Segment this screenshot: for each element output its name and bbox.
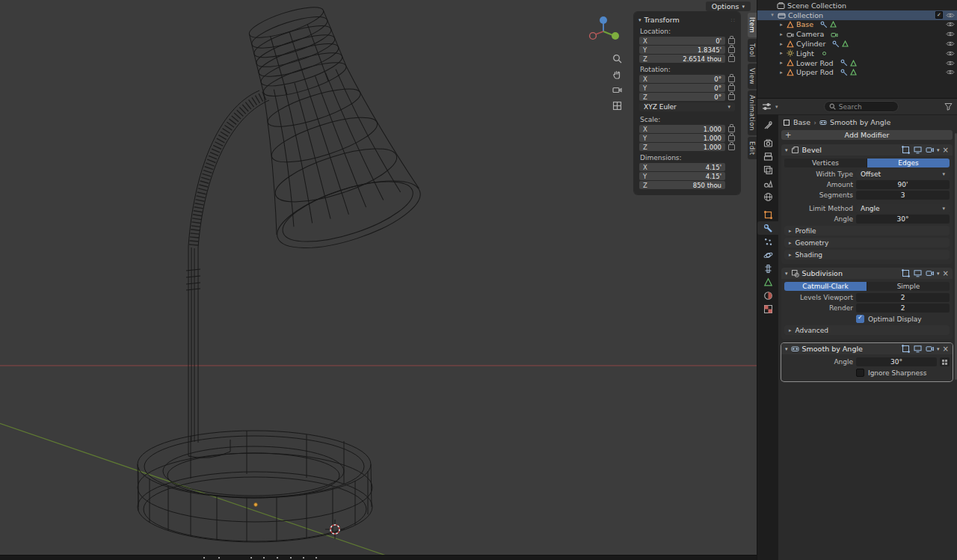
rotation-y-field[interactable]: Y 0° — [639, 84, 725, 92]
location-y-field[interactable]: Y 1.8345' — [639, 46, 725, 54]
add-modifier-button[interactable]: + Add Modifier — [781, 130, 953, 140]
optimal-display-checkbox[interactable] — [856, 315, 864, 323]
mesh-data-icon[interactable] — [830, 21, 837, 28]
realtime-display-toggle-icon[interactable] — [913, 345, 922, 354]
close-icon[interactable]: × — [943, 270, 949, 277]
tab-material[interactable] — [757, 289, 778, 302]
lock-icon[interactable] — [728, 76, 735, 82]
simple-option[interactable]: Simple — [867, 282, 950, 291]
zoom-icon[interactable] — [612, 53, 623, 64]
modifier-wrench-icon[interactable] — [840, 59, 848, 67]
extras-dropdown-icon[interactable]: ▾ — [937, 271, 940, 277]
modifier-wrench-icon[interactable] — [840, 69, 848, 76]
sidebar-tab-tool[interactable]: Tool — [748, 39, 757, 62]
eye-icon[interactable] — [946, 50, 955, 57]
extras-dropdown-icon[interactable]: ▾ — [937, 346, 940, 352]
tab-constraints[interactable] — [757, 262, 778, 275]
edit-mode-display-toggle-icon[interactable] — [901, 269, 910, 278]
tab-render[interactable] — [757, 136, 778, 150]
lock-icon[interactable] — [728, 94, 735, 100]
smooth-by-angle-header[interactable]: ▾ Smooth by Angle — [781, 343, 953, 354]
vertices-option[interactable]: Vertices — [784, 159, 867, 167]
tab-scene[interactable] — [757, 176, 778, 190]
render-display-toggle-icon[interactable] — [925, 345, 934, 354]
chevron-right-icon[interactable]: ▸ — [778, 31, 784, 37]
collection-checkbox[interactable]: ✓ — [935, 11, 943, 19]
width-type-dropdown[interactable]: Offset ▾ — [856, 170, 950, 179]
breadcrumb-object[interactable]: Base — [793, 118, 810, 126]
limit-method-dropdown[interactable]: Angle ▾ — [856, 204, 950, 213]
bevel-header[interactable]: ▾ Bevel — [781, 144, 953, 156]
tab-texture[interactable] — [757, 302, 778, 316]
tab-modifiers[interactable] — [757, 221, 778, 235]
subdivision-header[interactable]: ▾ Subdivision — [781, 268, 953, 279]
chevron-down-icon[interactable]: ▾ — [769, 12, 775, 18]
rotation-mode-dropdown[interactable]: XYZ Euler ▾ — [639, 102, 735, 111]
eye-icon[interactable] — [946, 40, 955, 47]
extras-dropdown-icon[interactable]: ▾ — [937, 147, 940, 153]
outliner-object-row-light[interactable]: ▸ Light — [757, 49, 957, 58]
realtime-display-toggle-icon[interactable] — [913, 146, 922, 155]
filter-icon[interactable] — [944, 102, 953, 111]
scale-x-field[interactable]: X 1.000 — [639, 125, 725, 133]
chevron-down-icon[interactable]: ▾ — [775, 104, 778, 110]
render-levels-field[interactable]: 2 — [856, 304, 950, 313]
sidebar-tab-animation[interactable]: Animation — [748, 90, 757, 135]
eye-icon[interactable] — [946, 60, 955, 67]
lock-icon[interactable] — [728, 126, 735, 132]
outliner-object-row-camera[interactable]: ▸ Camera — [757, 29, 957, 39]
rotation-z-field[interactable]: Z 0° — [639, 93, 725, 101]
eye-icon[interactable] — [946, 69, 955, 76]
pan-hand-icon[interactable] — [612, 69, 623, 80]
tab-world[interactable] — [757, 190, 778, 203]
navigation-gizmo[interactable] — [581, 9, 624, 48]
scale-y-field[interactable]: Y 1.000 — [639, 134, 725, 142]
light-data-icon[interactable] — [821, 50, 828, 57]
tab-physics[interactable] — [757, 248, 778, 262]
lock-icon[interactable] — [728, 47, 735, 53]
rotation-x-field[interactable]: X 0° — [639, 75, 725, 83]
modifier-name[interactable]: Bevel — [802, 146, 822, 154]
dimensions-y-field[interactable]: Y 4.15' — [639, 172, 725, 180]
dimensions-z-field[interactable]: Z 850 thou — [639, 181, 725, 189]
mesh-data-icon[interactable] — [850, 60, 857, 67]
tab-object-data[interactable] — [757, 275, 778, 289]
viewport-options-button[interactable]: Options ▾ — [706, 1, 751, 11]
render-display-toggle-icon[interactable] — [925, 269, 934, 278]
lock-icon[interactable] — [728, 56, 735, 62]
location-x-field[interactable]: X 0' — [639, 37, 725, 45]
tab-object[interactable] — [757, 208, 778, 221]
tab-tool[interactable] — [757, 118, 778, 132]
transform-panel-header[interactable]: ▾ Transform :: — [634, 13, 740, 25]
lock-icon[interactable] — [728, 38, 735, 44]
outliner-collection-row[interactable]: ▾ Collection ✓ — [757, 10, 957, 20]
drag-grip-icon[interactable]: :: — [730, 17, 736, 23]
chevron-down-icon[interactable]: ▾ — [785, 271, 788, 277]
subpanel-geometry[interactable]: ▸ Geometry — [784, 238, 950, 247]
chevron-down-icon[interactable]: ▾ — [785, 346, 788, 352]
sidebar-tab-item[interactable]: Item — [748, 13, 757, 37]
tab-output[interactable] — [757, 150, 778, 163]
breadcrumb-modifier[interactable]: Smooth by Angle — [830, 118, 890, 126]
properties-search-input[interactable]: Search — [824, 101, 899, 112]
catmull-clark-option[interactable]: Catmull-Clark — [784, 282, 867, 291]
modifier-name[interactable]: Subdivision — [802, 269, 843, 277]
segments-field[interactable]: 3 — [856, 191, 950, 200]
render-display-toggle-icon[interactable] — [925, 146, 934, 155]
modifier-wrench-icon[interactable] — [832, 40, 840, 48]
chevron-right-icon[interactable]: ▸ — [778, 60, 784, 66]
amount-field[interactable]: 90' — [856, 180, 950, 189]
edit-mode-display-toggle-icon[interactable] — [901, 146, 910, 155]
camera-view-icon[interactable] — [612, 84, 623, 96]
realtime-display-toggle-icon[interactable] — [913, 269, 922, 278]
outliner-object-row-base[interactable]: ▸ Base — [757, 20, 957, 30]
sidebar-tab-edit[interactable]: Edit — [748, 137, 757, 159]
smooth-angle-field[interactable]: 30° — [856, 357, 937, 366]
outliner-scene-collection-row[interactable]: Scene Collection — [757, 1, 957, 10]
chevron-right-icon[interactable]: ▸ — [778, 22, 784, 28]
eye-icon[interactable] — [946, 21, 955, 28]
close-icon[interactable]: × — [943, 147, 949, 154]
timeline-strip[interactable] — [0, 555, 757, 560]
tab-particles[interactable] — [757, 235, 778, 248]
close-icon[interactable]: × — [943, 345, 949, 353]
